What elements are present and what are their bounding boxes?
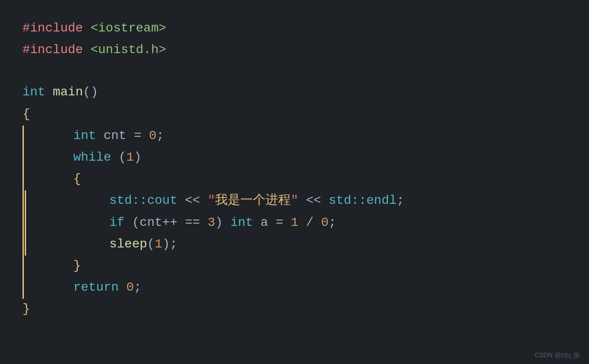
func-main: main xyxy=(53,82,83,103)
code-editor: #include <iostream> #include <unistd.h> … xyxy=(0,0,589,338)
include-path-unistd: <unistd.h> xyxy=(90,40,166,60)
line-include-unistd: #include <unistd.h> xyxy=(22,40,567,60)
include-keyword-2: #include xyxy=(22,40,83,60)
line-include-iostream: #include <iostream> xyxy=(22,18,567,39)
line-return: return 0; xyxy=(22,277,567,299)
keyword-int-main: int xyxy=(22,82,45,103)
brace-open-outer: { xyxy=(22,104,30,125)
brace-close-outer: } xyxy=(22,299,30,319)
indent-line-if-outer xyxy=(22,212,24,234)
line-brace-close-outer: } xyxy=(22,299,567,319)
line-int-cnt: int cnt = 0; xyxy=(22,126,567,147)
line-cout: std::cout << "我是一个进程" << std::endl; xyxy=(22,190,567,212)
watermark: CSDN @zzu_ljk xyxy=(535,351,580,359)
line-sleep: sleep(1); xyxy=(22,234,567,256)
line-main-decl: int main() xyxy=(22,82,567,103)
include-path-iostream: <iostream> xyxy=(90,18,166,39)
blank-line-1 xyxy=(22,61,567,82)
line-while: while (1) xyxy=(22,147,567,169)
line-brace-open-inner: { xyxy=(22,169,567,190)
line-if: if (cnt++ == 3) int a = 1 / 0; xyxy=(22,212,567,234)
line-brace-close-inner: } xyxy=(22,256,567,277)
include-keyword: #include xyxy=(22,18,83,39)
indent-line-sleep-outer xyxy=(22,234,24,256)
indent-line-cout-outer xyxy=(22,190,24,212)
line-brace-open-outer: { xyxy=(22,104,567,125)
